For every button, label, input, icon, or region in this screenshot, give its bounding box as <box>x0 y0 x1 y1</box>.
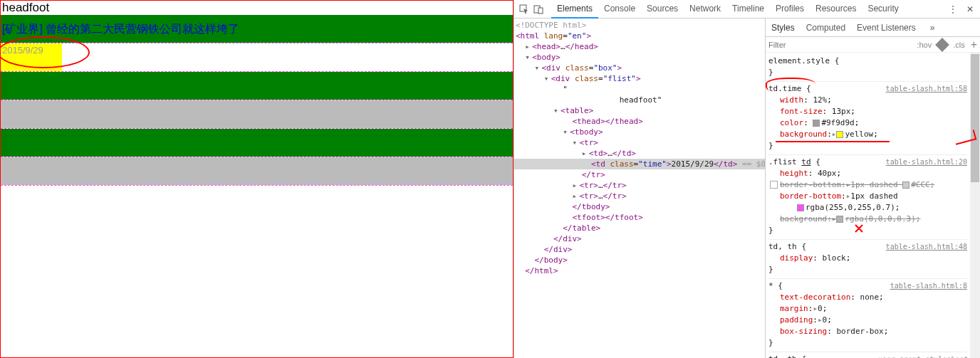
tab-sources[interactable]: Sources <box>641 0 684 19</box>
property-checkbox[interactable] <box>770 181 778 189</box>
tab-resources[interactable]: Resources <box>810 0 862 19</box>
rule-td-th: td, th { table-slash.html:48 display: bl… <box>768 240 967 279</box>
svg-rect-2 <box>538 8 543 14</box>
filter-input[interactable] <box>768 41 811 49</box>
time-cell: 2015/9/29 <box>1 43 62 71</box>
close-icon[interactable]: ✕ <box>964 4 976 15</box>
tab-timeline[interactable]: Timeline <box>726 0 770 19</box>
source-link[interactable]: table-slash.html:58 <box>886 83 967 95</box>
tab-elements[interactable]: Elements <box>551 0 598 19</box>
table-row <box>1 100 513 129</box>
more-icon[interactable]: ⋮ <box>947 4 959 15</box>
devtools-panel: Elements Console Sources Network Timelin… <box>514 0 980 358</box>
tab-console[interactable]: Console <box>598 0 641 19</box>
tab-profiles[interactable]: Profiles <box>770 0 810 19</box>
devtools-tabs: Elements Console Sources Network Timelin… <box>551 0 905 19</box>
table-row <box>1 72 513 100</box>
tab-computed[interactable]: Computed <box>801 19 851 36</box>
ua-stylesheet-label: user agent stylesheet <box>877 354 967 358</box>
scrollbar[interactable] <box>970 53 980 358</box>
link-cell: [矿业界] 曾经的第二大民营钢铁公司就这样垮了 <box>1 15 513 43</box>
styles-panel: Styles Computed Event Listeners » :hov .… <box>766 19 980 358</box>
article-link[interactable]: [矿业界] 曾经的第二大民营钢铁公司就这样垮了 <box>1 23 239 35</box>
tab-security[interactable]: Security <box>862 0 904 19</box>
rule-td-time: td.time { table-slash.html:58 width: 12%… <box>768 82 967 155</box>
headfoot-text: headfoot <box>1 1 513 15</box>
tab-event-listeners[interactable]: Event Listeners <box>851 19 922 36</box>
rule-element-style: element.style { } <box>768 54 967 82</box>
rule-ua-td-th: td, th { user agent stylesheet display: … <box>768 352 967 358</box>
elements-tree[interactable]: <!DOCTYPE html> <html lang="en"> ▸<head>… <box>514 19 766 358</box>
tab-network[interactable]: Network <box>684 0 726 19</box>
new-rule-icon[interactable]: + <box>971 38 977 51</box>
inspect-icon[interactable] <box>518 4 530 15</box>
table-row: 2015/9/29 <box>1 43 513 72</box>
hov-toggle[interactable]: :hov <box>917 41 932 49</box>
more-tabs-icon[interactable]: » <box>924 19 941 36</box>
swatch-icon[interactable] <box>935 38 949 52</box>
source-link[interactable]: table-slash.html:48 <box>886 241 967 253</box>
tab-styles[interactable]: Styles <box>766 19 801 36</box>
selected-dom-node[interactable]: <td class="time">2015/9/29</td> == $0 <box>514 159 765 169</box>
source-link[interactable]: table-slash.html:8 <box>890 280 967 292</box>
rendered-page: headfoot [矿业界] 曾经的第二大民营钢铁公司就这样垮了 2015/9/… <box>0 0 514 358</box>
table-row <box>1 129 513 157</box>
cls-toggle[interactable]: .cls <box>953 41 965 49</box>
devtools-toolbar: Elements Console Sources Network Timelin… <box>514 0 980 19</box>
rule-flist-td: .flist td { table-slash.html:20 height: … <box>768 155 967 240</box>
device-icon[interactable] <box>533 4 544 15</box>
table-row <box>1 157 513 186</box>
rule-star: * { table-slash.html:8 text-decoration: … <box>768 279 967 352</box>
source-link[interactable]: table-slash.html:20 <box>886 157 967 168</box>
table-row: [矿业界] 曾经的第二大民营钢铁公司就这样垮了 <box>1 15 513 43</box>
css-rules[interactable]: element.style { } td.time { table-slash.… <box>766 53 980 358</box>
